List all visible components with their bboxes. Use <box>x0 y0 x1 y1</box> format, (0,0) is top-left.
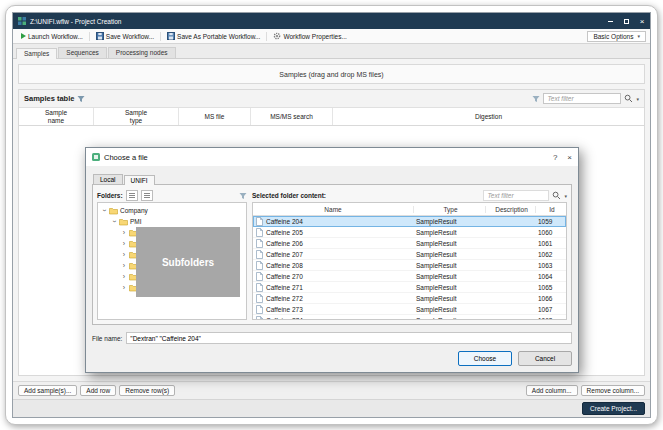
table-row[interactable]: Caffeine 271 SampleResult 1065 <box>253 282 566 293</box>
cancel-button[interactable]: Cancel <box>518 351 572 366</box>
file-name-label: File name: <box>92 335 122 342</box>
save-as-portable-workflow-button[interactable]: Save As Portable Workflow... <box>163 31 264 41</box>
launch-workflow-button[interactable]: Launch Workflow... <box>17 32 87 41</box>
file-name-input[interactable] <box>126 332 572 344</box>
search-icon[interactable] <box>552 191 561 200</box>
tab-local[interactable]: Local <box>93 174 123 184</box>
chevron-collapsed-icon[interactable]: › <box>121 284 127 291</box>
chevron-expanded-icon[interactable]: › <box>101 208 108 214</box>
column-header-ms-file[interactable]: MS file <box>179 108 251 125</box>
file-table: Name Type Description Id Caffeine 204 Sa… <box>252 202 567 320</box>
tab-samples[interactable]: Samples <box>16 48 57 59</box>
file-icon <box>256 261 263 270</box>
samples-text-filter-input[interactable] <box>543 93 621 104</box>
chevron-collapsed-icon[interactable]: › <box>121 262 127 269</box>
basic-options-dropdown[interactable]: Basic Options ▾ <box>587 31 646 42</box>
create-project-button[interactable]: Create Project... <box>582 402 645 415</box>
help-button[interactable]: ? <box>553 153 557 162</box>
subfolders-overlay: Subfolders <box>136 227 240 297</box>
toolbar-divider <box>266 32 267 41</box>
table-actions-row: Add sample(s)... Add row Remove row(s) A… <box>13 381 650 399</box>
folders-panel: Folders: › Company › <box>97 189 247 320</box>
dialog-close-button[interactable]: × <box>567 153 572 162</box>
dialog-title: Choose a file <box>104 153 148 162</box>
chevron-collapsed-icon[interactable]: › <box>121 273 127 280</box>
table-row[interactable]: Caffeine 273 SampleResult 1067 <box>253 304 566 315</box>
gear-icon <box>273 32 281 40</box>
chevron-collapsed-icon[interactable]: › <box>121 229 127 236</box>
chevron-collapsed-icon[interactable]: › <box>121 240 127 247</box>
dialog-icon <box>92 153 100 161</box>
collapse-all-button[interactable] <box>141 190 153 201</box>
file-icon <box>256 283 263 292</box>
save-workflow-button[interactable]: Save Workflow... <box>92 31 158 41</box>
remove-column-button[interactable]: Remove column... <box>581 385 645 396</box>
title-bar: Z:\UNIFI.wflw - Project Creation × <box>13 13 650 29</box>
folder-content-label: Selected folder content: <box>252 192 326 199</box>
tab-processing-nodes[interactable]: Processing nodes <box>108 47 176 58</box>
file-icon <box>256 217 263 226</box>
screenshot-frame: Z:\UNIFI.wflw - Project Creation × Launc… <box>5 5 658 425</box>
column-header-digestion[interactable]: Digestion <box>333 108 644 125</box>
choose-file-dialog: Choose a file ? × Local UNIFI Folders: <box>85 147 579 373</box>
filter-funnel-icon[interactable] <box>532 95 540 103</box>
column-header-description[interactable]: Description <box>486 206 536 213</box>
table-row[interactable]: Caffeine 274 SampleResult 1068 <box>253 315 566 319</box>
minimize-icon <box>608 21 613 22</box>
list-icon <box>129 195 135 196</box>
table-row[interactable]: Caffeine 204 SampleResult 1059 <box>253 216 566 227</box>
minimize-button[interactable] <box>602 13 618 29</box>
search-icon[interactable] <box>624 94 633 103</box>
content-text-filter-input[interactable] <box>483 190 549 201</box>
filter-funnel-icon[interactable] <box>77 95 85 103</box>
folders-header: Folders: <box>97 189 247 202</box>
file-icon <box>256 305 263 314</box>
folders-filter-funnel-icon[interactable] <box>239 192 247 200</box>
folder-content-panel: Selected folder content: ▾ Name Type Des… <box>252 189 567 320</box>
workflow-properties-button[interactable]: Workflow Properties... <box>269 31 350 41</box>
chevron-collapsed-icon[interactable]: › <box>121 251 127 258</box>
column-header-sample-name[interactable]: Sample name <box>19 108 94 125</box>
column-header-sample-type[interactable]: Sample type <box>94 108 179 125</box>
remove-rows-button[interactable]: Remove row(s) <box>119 385 175 396</box>
folders-label: Folders: <box>97 192 123 199</box>
file-icon <box>256 228 263 237</box>
add-samples-button[interactable]: Add sample(s)... <box>18 385 77 396</box>
table-row[interactable]: Caffeine 207 SampleResult 1062 <box>253 249 566 260</box>
app-icon <box>18 17 26 25</box>
tab-sequences[interactable]: Sequences <box>58 47 107 58</box>
choose-button[interactable]: Choose <box>458 351 512 366</box>
tab-unifi[interactable]: UNIFI <box>124 175 155 185</box>
tree-item-pmi[interactable]: › PMI <box>98 216 246 227</box>
column-header-type[interactable]: Type <box>414 206 486 213</box>
table-row[interactable]: Caffeine 270 SampleResult 1064 <box>253 271 566 282</box>
expand-all-button[interactable] <box>126 190 138 201</box>
table-row[interactable]: Caffeine 206 SampleResult 1061 <box>253 238 566 249</box>
column-header-id[interactable]: Id <box>536 206 566 213</box>
file-name-row: File name: <box>92 330 572 346</box>
chevron-down-icon[interactable]: ▾ <box>564 193 567 199</box>
folder-icon <box>119 218 128 226</box>
toolbar-divider <box>89 32 90 41</box>
folder-tree: › Company › PMI › › › › › <box>97 202 247 320</box>
file-icon <box>256 250 263 259</box>
column-header-name[interactable]: Name <box>253 206 414 213</box>
table-row[interactable]: Caffeine 205 SampleResult 1060 <box>253 227 566 238</box>
table-row[interactable]: Caffeine 208 SampleResult 1063 <box>253 260 566 271</box>
table-row[interactable]: Caffeine 272 SampleResult 1066 <box>253 293 566 304</box>
column-header-msms-search[interactable]: MS/MS search <box>251 108 333 125</box>
chevron-expanded-icon[interactable]: › <box>111 219 118 225</box>
chevron-down-icon[interactable]: ▾ <box>636 96 639 102</box>
add-row-button[interactable]: Add row <box>80 385 116 396</box>
samples-column-headers: Sample name Sample type MS file MS/MS se… <box>19 108 644 126</box>
dialog-buttons: Choose Cancel <box>92 351 572 366</box>
dialog-body: Local UNIFI Folders: › <box>86 166 578 372</box>
tree-item-company[interactable]: › Company <box>98 205 246 216</box>
add-column-button[interactable]: Add column... <box>526 385 578 396</box>
samples-table-title: Samples table <box>24 94 74 103</box>
play-icon <box>21 33 26 39</box>
maximize-button[interactable] <box>618 13 634 29</box>
samples-drop-zone[interactable]: Samples (drag and drop MS files) <box>18 64 645 84</box>
close-button[interactable]: × <box>634 13 650 29</box>
window-title: Z:\UNIFI.wflw - Project Creation <box>30 18 121 25</box>
